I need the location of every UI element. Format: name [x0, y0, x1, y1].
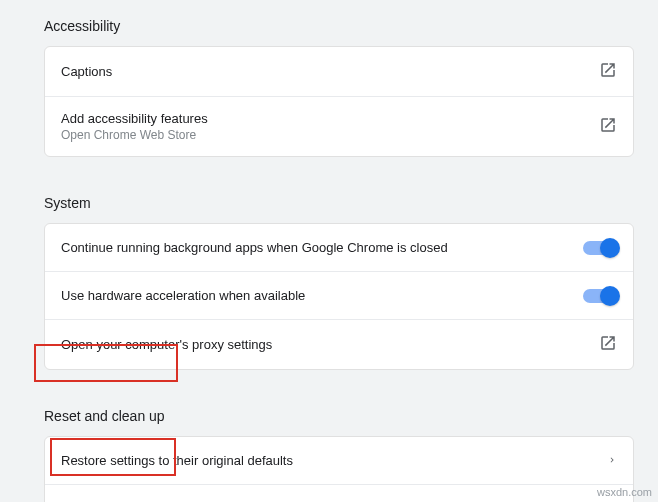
clean-up-computer-row[interactable]: Clean up computer: [45, 485, 633, 502]
restore-defaults-label: Restore settings to their original defau…: [61, 453, 293, 468]
external-link-icon: [599, 334, 617, 355]
captions-label: Captions: [61, 64, 112, 79]
hw-accel-label: Use hardware acceleration when available: [61, 288, 305, 303]
restore-defaults-row[interactable]: Restore settings to their original defau…: [45, 437, 633, 485]
watermark: wsxdn.com: [597, 486, 652, 498]
hw-accel-row[interactable]: Use hardware acceleration when available: [45, 272, 633, 320]
system-card: Continue running background apps when Go…: [44, 223, 634, 370]
section-title-system: System: [44, 177, 658, 223]
reset-card: Restore settings to their original defau…: [44, 436, 634, 502]
captions-row[interactable]: Captions: [45, 47, 633, 97]
chevron-right-icon: [607, 453, 617, 468]
hw-accel-toggle[interactable]: [583, 289, 617, 303]
proxy-label: Open your computer's proxy settings: [61, 337, 272, 352]
accessibility-card: Captions Add accessibility features Open…: [44, 46, 634, 157]
section-title-accessibility: Accessibility: [44, 0, 658, 46]
external-link-icon: [599, 116, 617, 137]
background-apps-row[interactable]: Continue running background apps when Go…: [45, 224, 633, 272]
external-link-icon: [599, 61, 617, 82]
proxy-row[interactable]: Open your computer's proxy settings: [45, 320, 633, 369]
section-title-reset: Reset and clean up: [44, 390, 658, 436]
add-accessibility-row[interactable]: Add accessibility features Open Chrome W…: [45, 97, 633, 156]
add-accessibility-sub: Open Chrome Web Store: [61, 128, 208, 142]
add-accessibility-label: Add accessibility features: [61, 111, 208, 126]
background-apps-toggle[interactable]: [583, 241, 617, 255]
background-apps-label: Continue running background apps when Go…: [61, 240, 448, 255]
